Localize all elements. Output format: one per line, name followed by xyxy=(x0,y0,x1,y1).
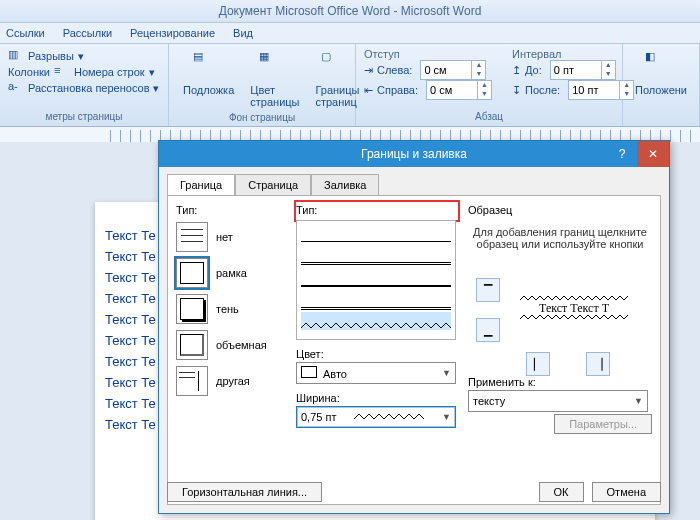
apply-to-label: Применить к: xyxy=(468,376,652,388)
width-combo[interactable]: 0,75 пт▼ xyxy=(296,406,456,428)
setting-box-icon xyxy=(176,258,208,288)
tab-references[interactable]: Ссылки xyxy=(6,27,45,39)
setting-none[interactable]: нет xyxy=(176,222,284,252)
indent-right-label: Справа: xyxy=(377,84,418,96)
setting-shadow-icon xyxy=(176,294,208,324)
chevron-down-icon: ▼ xyxy=(442,412,451,422)
chevron-down-icon: ▼ xyxy=(634,396,643,406)
apply-to-combo[interactable]: тексту▼ xyxy=(468,390,648,412)
hyphenation-button[interactable]: Расстановка переносов xyxy=(28,82,149,94)
tab-view[interactable]: Вид xyxy=(233,27,253,39)
indent-left-spinner[interactable]: ▲▼ xyxy=(420,60,486,80)
indent-right-icon: ⇤ xyxy=(364,84,373,97)
setting-label: Тип: xyxy=(176,204,284,216)
spacing-before-icon: ↥ xyxy=(512,64,521,77)
setting-custom[interactable]: другая xyxy=(176,366,284,396)
position-button[interactable]: ◧Положени xyxy=(631,48,691,98)
tab-shading[interactable]: Заливка xyxy=(311,174,379,196)
setting-custom-icon xyxy=(176,366,208,396)
columns-button[interactable]: Колонки xyxy=(8,66,50,78)
setting-3d[interactable]: объемная xyxy=(176,330,284,360)
style-option-selected[interactable] xyxy=(301,312,451,330)
position-icon: ◧ xyxy=(645,50,677,82)
style-label: Тип: xyxy=(296,204,456,216)
ok-button[interactable]: ОК xyxy=(539,482,584,502)
preview-right-border-button[interactable]: ▕ xyxy=(586,352,610,376)
options-button[interactable]: Параметры... xyxy=(554,414,652,434)
preview-top-border-button[interactable]: ▔ xyxy=(476,278,500,302)
color-combo[interactable]: Авто▼ xyxy=(296,362,456,384)
watermark-icon: ▤ xyxy=(193,50,225,82)
width-label: Ширина: xyxy=(296,392,456,404)
group-page-background: Фон страницы xyxy=(177,112,347,123)
dialog-body: Тип: нет рамка тень объемная другая Тип:… xyxy=(167,195,661,505)
borders-shading-dialog: Границы и заливка ? ✕ Граница Страница З… xyxy=(158,140,670,514)
color-label: Цвет: xyxy=(296,348,456,360)
ribbon: ▥Разрывы▾ Колонки ≡Номера строк▾ a-Расст… xyxy=(0,44,700,127)
preview-area[interactable]: ▔ ▁ ▏ ▕ Текст Текст Т xyxy=(468,260,652,370)
style-option[interactable] xyxy=(301,289,451,310)
dialog-title: Границы и заливка xyxy=(361,147,467,161)
preview-left-border-button[interactable]: ▏ xyxy=(526,352,550,376)
watermark-button[interactable]: ▤Подложка xyxy=(177,48,240,110)
cancel-button[interactable]: Отмена xyxy=(592,482,661,502)
page-borders-icon: ▢ xyxy=(321,50,353,82)
horizontal-line-button[interactable]: Горизонтальная линия... xyxy=(167,482,322,502)
line-numbers-icon: ≡ xyxy=(54,64,70,80)
group-paragraph: Абзац xyxy=(364,111,614,122)
dialog-title-bar[interactable]: Границы и заливка ? ✕ xyxy=(159,141,669,167)
indent-right-spinner[interactable]: ▲▼ xyxy=(426,80,492,100)
preview-hint: Для добавления границ щелкните образец и… xyxy=(468,226,652,250)
spacing-after-label: После: xyxy=(525,84,560,96)
page-color-button[interactable]: ▦Цвет страницы xyxy=(244,48,305,110)
style-option[interactable] xyxy=(301,267,451,287)
style-option[interactable] xyxy=(301,223,451,242)
indent-title: Отступ xyxy=(364,48,492,60)
columns-icon: ▥ xyxy=(8,48,24,64)
tab-mailings[interactable]: Рассылки xyxy=(63,27,112,39)
help-button[interactable]: ? xyxy=(609,141,635,167)
tab-border[interactable]: Граница xyxy=(167,174,235,196)
breaks-button[interactable]: Разрывы xyxy=(28,50,74,62)
ribbon-tabs: Ссылки Рассылки Рецензирование Вид xyxy=(0,23,700,44)
preview-label: Образец xyxy=(468,204,652,216)
app-title-bar: Документ Microsoft Office Word - Microso… xyxy=(0,0,700,23)
close-button[interactable]: ✕ xyxy=(637,141,669,167)
setting-box[interactable]: рамка xyxy=(176,258,284,288)
style-listbox[interactable] xyxy=(296,220,456,340)
dialog-tabs: Граница Страница Заливка xyxy=(159,167,669,195)
setting-none-icon xyxy=(176,222,208,252)
spacing-before-label: До: xyxy=(525,64,542,76)
style-option[interactable] xyxy=(301,244,451,265)
page-color-icon: ▦ xyxy=(259,50,291,82)
tab-page[interactable]: Страница xyxy=(235,174,311,196)
indent-left-label: Слева: xyxy=(377,64,412,76)
setting-3d-icon xyxy=(176,330,208,360)
tab-review[interactable]: Рецензирование xyxy=(130,27,215,39)
spacing-after-icon: ↧ xyxy=(512,84,521,97)
indent-left-icon: ⇥ xyxy=(364,64,373,77)
preview-sample: Текст Текст Т xyxy=(520,298,628,318)
setting-shadow[interactable]: тень xyxy=(176,294,284,324)
spacing-before-spinner[interactable]: ▲▼ xyxy=(550,60,616,80)
group-page-setup: метры страницы xyxy=(8,111,160,122)
hyphenation-icon: a- xyxy=(8,80,24,96)
line-numbers-button[interactable]: Номера строк xyxy=(74,66,145,78)
chevron-down-icon: ▼ xyxy=(442,368,451,378)
preview-bottom-border-button[interactable]: ▁ xyxy=(476,318,500,342)
spacing-title: Интервал xyxy=(512,48,634,60)
